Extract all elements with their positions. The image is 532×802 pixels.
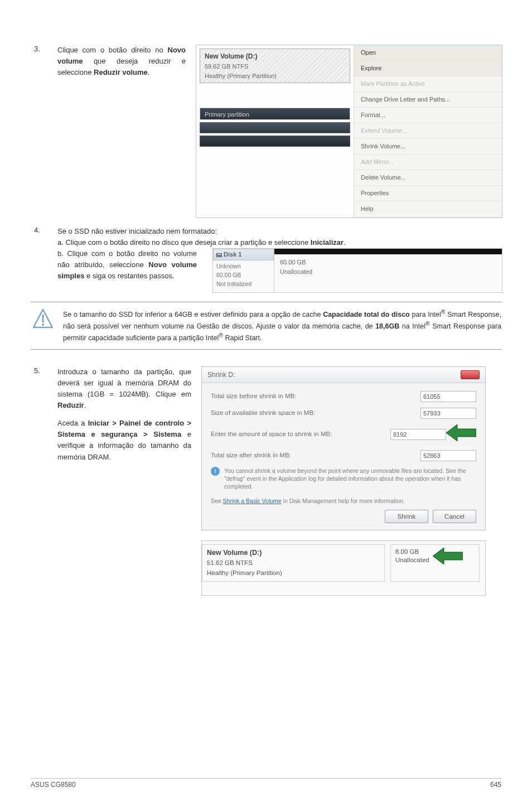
warning-text: Se o tamanho do SSD for inferior a 64GB … xyxy=(63,308,501,344)
step5-para1: Introduza o tamanho da partição, que dev… xyxy=(57,366,191,412)
disk-info-left: 🖴 Disk 1 Unknown 60.00 GB Not Initialize… xyxy=(213,249,274,292)
after-rsize: 8.00 GB xyxy=(395,548,429,557)
disk-unalloc-body: 60.00 GB Unallocated xyxy=(274,254,502,292)
menu-mark-active: Mark Partition as Active xyxy=(354,76,502,92)
disk-label: 🖴 Disk 1 xyxy=(213,249,274,260)
disk-rsize: 60.00 GB xyxy=(280,258,496,267)
after-volume-box: New Volume (D:) 51.62 GB NTFS Healthy (P… xyxy=(202,544,385,582)
t: Clique com o botão direito no xyxy=(57,46,168,54)
svg-point-1 xyxy=(42,323,44,326)
step5-right: Shrink D: Total size before shrink in MB… xyxy=(201,366,501,596)
cancel-button[interactable]: Cancel xyxy=(433,510,476,523)
step-body: Se o SSD não estiver inicializado nem fo… xyxy=(57,226,502,293)
t: . xyxy=(148,68,150,76)
after-unalloc-text: 8.00 GB Unallocated xyxy=(395,548,429,565)
t: . xyxy=(344,238,346,247)
t: Se o tamanho do SSD for inferior a 64GB … xyxy=(63,311,323,318)
after-size: 51.62 GB NTFS xyxy=(207,558,380,568)
label: Size of available shrink space in MB: xyxy=(211,408,315,418)
info-note: i You cannot shrink a volume beyond the … xyxy=(211,467,476,491)
after-title: New Volume (D:) xyxy=(207,548,380,558)
page-footer: ASUS CG8580 645 xyxy=(31,778,501,789)
row-available: Size of available shrink space in MB: xyxy=(211,408,476,419)
menu-help[interactable]: Help xyxy=(354,201,502,217)
bold-capacidade: Capacidade total do disco xyxy=(323,311,410,318)
step-3-text: Clique com o botão direito no Novo volum… xyxy=(57,45,186,218)
warning-icon xyxy=(31,308,55,344)
partition-strip xyxy=(200,122,350,147)
shrink-dialog: Shrink D: Total size before shrink in MB… xyxy=(201,366,486,530)
t: para Intel xyxy=(410,311,441,318)
dialog-buttons: Shrink Cancel xyxy=(211,510,476,523)
disk-top-bar xyxy=(274,249,502,254)
t: na Intel xyxy=(399,322,425,330)
ss3-top: New Volume (D:) 59.62 GB NTFS Healthy (P… xyxy=(196,45,502,218)
disk-right: 60.00 GB Unallocated xyxy=(274,249,502,292)
primary-partition-label: Primary partition xyxy=(200,108,350,120)
dialog-title: Shrink D: xyxy=(207,370,235,380)
disk-unknown: Unknown xyxy=(216,262,270,270)
screenshot-disk-not-initialized: 🖴 Disk 1 Unknown 60.00 GB Not Initialize… xyxy=(212,248,502,293)
dialog-body: Total size before shrink in MB: Size of … xyxy=(202,383,485,530)
row-enter-amount: Enter the amount of space to shrink in M… xyxy=(211,424,476,445)
menu-delete-volume[interactable]: Delete Volume... xyxy=(354,170,502,186)
step-4: 4. Se o SSD não estiver inicializado nem… xyxy=(31,226,501,293)
value-total-before xyxy=(420,391,476,402)
step4-a: a. Clique com o botão direito no disco q… xyxy=(57,237,502,248)
dialog-titlebar: Shrink D: xyxy=(202,367,485,384)
step-3: 3. Clique com o botão direito no Novo vo… xyxy=(31,45,501,218)
footer-right: 645 xyxy=(490,781,501,789)
menu-change-letter[interactable]: Change Drive Letter and Paths... xyxy=(354,92,502,108)
step-number: 3. xyxy=(31,45,57,218)
menu-extend-volume: Extend Volume... xyxy=(354,123,502,139)
step-5: 5. Introduza o tamanho da partição, que … xyxy=(31,366,501,596)
menu-explore[interactable]: Explore xyxy=(354,61,502,76)
step5-para2: Aceda a Iniciar > Painel de controlo > S… xyxy=(57,418,191,463)
bold-reduzir: Reduzir xyxy=(57,401,84,409)
label: Total size after shrink in MB: xyxy=(211,451,291,461)
menu-open[interactable]: Open xyxy=(354,45,502,61)
t: See xyxy=(211,497,223,504)
t: in Disk Management help for more informa… xyxy=(282,497,405,504)
menu-format[interactable]: Format... xyxy=(354,108,502,123)
bold-186gb: 18,6GB xyxy=(375,322,399,330)
disk-label-text: Disk 1 xyxy=(224,251,241,258)
t: Rapid Start. xyxy=(223,335,262,342)
step4-b-text: b. Clique com o botão direito no volume … xyxy=(57,248,197,293)
arrow-left-icon xyxy=(446,424,476,445)
disk-size: 60.00 GB xyxy=(216,270,270,279)
step4-line1: Se o SSD não estiver inicializado nem fo… xyxy=(57,226,502,237)
label: Total size before shrink in MB: xyxy=(211,392,296,402)
menu-add-mirror: Add Mirror... xyxy=(354,154,502,170)
see-also: See Shrink a Basic Volume in Disk Manage… xyxy=(211,496,476,505)
close-icon[interactable] xyxy=(461,370,480,379)
link-shrink-basic-volume[interactable]: Shrink a Basic Volume xyxy=(223,497,282,504)
after-health: Healthy (Primary Partition) xyxy=(207,568,380,578)
strip-b xyxy=(200,136,350,147)
after-unalloc-box: 8.00 GB Unallocated xyxy=(390,544,480,582)
row-total-before: Total size before shrink in MB: xyxy=(211,391,476,402)
reg: ® xyxy=(425,321,430,327)
row-total-after: Total size after shrink in MB: xyxy=(211,450,476,461)
volume-box: New Volume (D:) 59.62 GB NTFS Healthy (P… xyxy=(200,49,350,83)
value-available xyxy=(420,408,476,419)
step4-row: b. Clique com o botão direito no volume … xyxy=(57,248,502,293)
step-body: Introduza o tamanho da partição, que dev… xyxy=(57,366,501,596)
input-shrink-amount[interactable] xyxy=(390,429,446,440)
reg: ® xyxy=(219,332,223,339)
shrink-button[interactable]: Shrink xyxy=(385,510,428,523)
footer-left: ASUS CG8580 xyxy=(31,781,76,789)
info-text: You cannot shrink a volume beyond the po… xyxy=(224,467,476,491)
volume-title: New Volume (D:) xyxy=(205,51,345,62)
after-unalloc: Unallocated xyxy=(395,556,429,565)
step-body: Clique com o botão direito no Novo volum… xyxy=(57,45,502,218)
menu-properties[interactable]: Properties xyxy=(354,186,502,201)
arrow-left-icon xyxy=(433,548,463,568)
bold-reduzir-volume: Reduzir volume xyxy=(94,68,148,76)
step-number: 4. xyxy=(31,226,57,293)
menu-shrink-volume[interactable]: Shrink Volume... xyxy=(354,139,502,154)
step5-text: Introduza o tamanho da partição, que dev… xyxy=(57,366,191,596)
context-menu: Open Explore Mark Partition as Active Ch… xyxy=(354,45,502,218)
step-number: 5. xyxy=(31,366,57,596)
info-icon: i xyxy=(211,467,220,476)
